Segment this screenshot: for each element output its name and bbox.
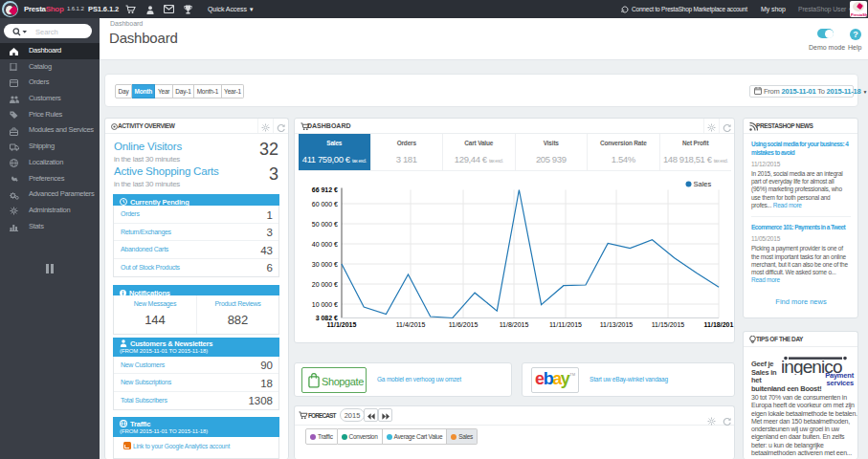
svg-text:11/8/2015: 11/8/2015 [500, 321, 529, 328]
svg-text:11/13/2015: 11/13/2015 [600, 321, 634, 328]
svg-text:11/15/2015: 11/15/2015 [652, 321, 685, 328]
svg-text:40 000 €: 40 000 € [312, 241, 338, 248]
svg-text:50 000 €: 50 000 € [312, 221, 338, 228]
svg-text:11/4/2015: 11/4/2015 [396, 321, 426, 328]
svg-text:30 000 €: 30 000 € [312, 261, 338, 268]
svg-text:60 000 €: 60 000 € [312, 201, 338, 208]
svg-text:Sales: Sales [694, 180, 712, 188]
svg-text:10 000 €: 10 000 € [312, 301, 338, 308]
svg-text:11/1/2015: 11/1/2015 [327, 321, 357, 328]
svg-text:20 000 €: 20 000 € [312, 281, 338, 288]
svg-text:11/11/2015: 11/11/2015 [549, 321, 582, 328]
svg-text:11/18/201: 11/18/201 [704, 321, 734, 328]
svg-text:11/6/2015: 11/6/2015 [449, 321, 479, 328]
svg-text:66 912 €: 66 912 € [312, 186, 338, 193]
